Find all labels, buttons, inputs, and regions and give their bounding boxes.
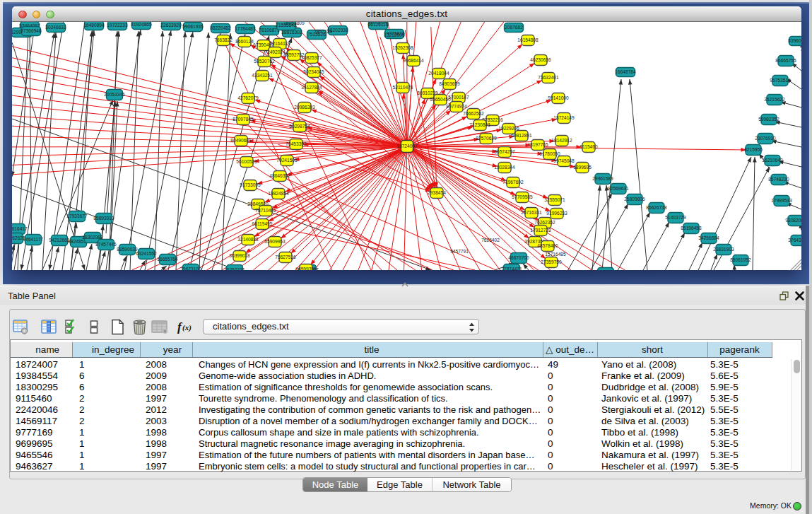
svg-text:58530762: 58530762 (254, 59, 275, 64)
svg-text:13218906: 13218906 (384, 33, 405, 37)
svg-text:15716485: 15716485 (545, 252, 566, 257)
svg-text:99745048: 99745048 (553, 158, 575, 163)
svg-text:56574257: 56574257 (494, 149, 515, 154)
svg-text:20986393: 20986393 (294, 105, 315, 110)
svg-text:95753514: 95753514 (770, 78, 791, 83)
svg-text:63241552: 63241552 (136, 251, 157, 256)
svg-text:61780050: 61780050 (539, 151, 560, 156)
svg-text:85893910: 85893910 (93, 216, 114, 221)
svg-text:94212661: 94212661 (49, 238, 70, 243)
svg-text:85748230: 85748230 (768, 177, 789, 182)
svg-text:34256684: 34256684 (698, 235, 719, 240)
svg-text:55909953: 55909953 (264, 239, 286, 244)
svg-text:59982352: 59982352 (758, 117, 779, 122)
svg-text:88220482: 88220482 (210, 25, 231, 30)
svg-text:43343251: 43343251 (252, 73, 273, 78)
svg-text:66119495: 66119495 (252, 221, 273, 226)
svg-text:50234045: 50234045 (303, 69, 324, 74)
svg-text:30399018: 30399018 (229, 253, 250, 258)
svg-text:18724007: 18724007 (396, 144, 418, 148)
svg-text:38816302: 38816302 (281, 30, 302, 35)
svg-text:27359750: 27359750 (541, 259, 562, 264)
svg-text:83960310: 83960310 (788, 38, 801, 43)
svg-text:20053346: 20053346 (104, 92, 125, 97)
svg-text:25809806: 25809806 (624, 197, 645, 201)
svg-text:87570629: 87570629 (476, 136, 497, 141)
svg-text:2938454: 2938454 (428, 190, 446, 195)
svg-text:34127884: 34127884 (301, 85, 322, 90)
svg-text:32555071: 32555071 (544, 197, 565, 202)
svg-text:48578460: 48578460 (537, 243, 558, 248)
svg-text:19229206: 19229206 (498, 126, 519, 131)
svg-text:71230843: 71230843 (469, 122, 490, 127)
svg-text:23076910: 23076910 (755, 136, 776, 141)
svg-text:70241505: 70241505 (276, 158, 298, 163)
svg-text:7857224: 7857224 (314, 29, 332, 34)
svg-text:66599395: 66599395 (295, 267, 317, 270)
svg-text:16053809: 16053809 (283, 22, 305, 25)
svg-text:(x): (x) (182, 323, 192, 332)
svg-text:57000147: 57000147 (448, 95, 469, 100)
svg-text:72492024: 72492024 (264, 49, 286, 54)
svg-text:48870700: 48870700 (508, 255, 529, 260)
svg-text:97366946: 97366946 (20, 28, 42, 33)
svg-text:70825377: 70825377 (301, 55, 322, 60)
svg-text:48646352: 48646352 (269, 173, 290, 178)
svg-text:87097845: 87097845 (233, 117, 254, 122)
svg-text:7663822: 7663822 (214, 37, 233, 42)
svg-text:17784483: 17784483 (235, 26, 256, 31)
svg-text:46230636: 46230636 (530, 57, 551, 62)
svg-text:86626738: 86626738 (646, 205, 667, 210)
svg-text:86665755: 86665755 (775, 58, 796, 63)
svg-text:76262352: 76262352 (534, 220, 555, 225)
svg-text:18142912: 18142912 (551, 138, 572, 143)
svg-text:19722233: 19722233 (107, 23, 128, 28)
svg-text:71967692: 71967692 (502, 180, 524, 185)
svg-text:76662562: 76662562 (463, 111, 484, 116)
svg-text:17912728: 17912728 (530, 228, 551, 233)
svg-text:16655764: 16655764 (157, 257, 178, 262)
svg-text:9115460: 9115460 (579, 144, 598, 149)
svg-text:18724149: 18724149 (553, 115, 575, 120)
svg-text:8660124: 8660124 (235, 39, 254, 44)
svg-text:17999533: 17999533 (771, 198, 792, 203)
svg-text:2087682: 2087682 (505, 25, 523, 30)
svg-text:8813054: 8813054 (369, 22, 387, 24)
svg-text:93082061: 93082061 (785, 218, 801, 223)
svg-text:48197765: 48197765 (527, 142, 548, 147)
svg-text:29361589: 29361589 (592, 176, 613, 181)
svg-text:16648784: 16648784 (615, 69, 636, 74)
svg-text:75627516: 75627516 (275, 255, 296, 259)
svg-text:22633920: 22633920 (160, 23, 182, 28)
svg-text:91996233: 91996233 (546, 211, 567, 216)
svg-text:85196458: 85196458 (681, 226, 702, 230)
svg-text:8215955: 8215955 (744, 147, 763, 152)
svg-text:19824854: 19824854 (268, 191, 289, 196)
svg-text:88590039: 88590039 (117, 247, 138, 252)
svg-text:50298754: 50298754 (289, 124, 310, 129)
svg-text:7625402: 7625402 (481, 238, 500, 243)
svg-text:35215622: 35215622 (764, 97, 785, 102)
svg-text:6899695: 6899695 (573, 165, 592, 170)
svg-text:27874421: 27874421 (501, 267, 522, 270)
svg-text:32140838: 32140838 (237, 237, 259, 242)
svg-text:16210643: 16210643 (762, 158, 783, 163)
svg-text:82569631: 82569631 (608, 186, 629, 191)
svg-text:20418044: 20418044 (428, 71, 449, 76)
svg-text:23831903: 23831903 (713, 247, 734, 252)
svg-text:89774974: 89774974 (446, 104, 467, 109)
svg-text:78710461: 78710461 (255, 208, 276, 213)
svg-text:30246633: 30246633 (45, 25, 66, 30)
svg-text:56100526: 56100526 (236, 159, 257, 164)
svg-text:76453392: 76453392 (286, 141, 307, 146)
svg-text:16154808: 16154808 (517, 37, 539, 42)
svg-text:99686414: 99686414 (403, 58, 424, 63)
svg-text:84903659: 84903659 (439, 81, 460, 86)
svg-text:16252221: 16252221 (224, 267, 245, 270)
svg-text:94641177: 94641177 (23, 237, 44, 242)
svg-text:52110478: 52110478 (393, 85, 413, 90)
svg-text:26616417: 26616417 (12, 226, 28, 231)
svg-text:52164119: 52164119 (270, 41, 290, 46)
svg-text:25716331: 25716331 (521, 210, 542, 215)
svg-text:9457791: 9457791 (450, 249, 469, 254)
